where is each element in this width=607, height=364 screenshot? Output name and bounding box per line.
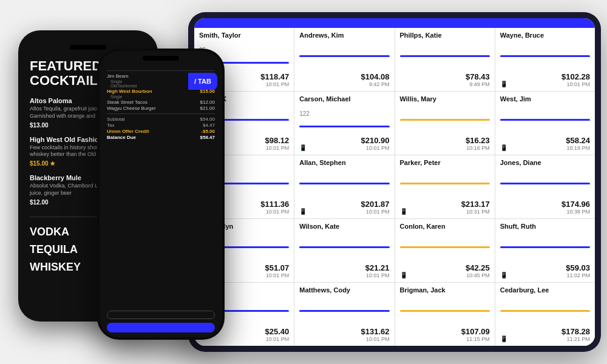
cell-icon: 📱 bbox=[400, 272, 407, 278]
total-value: $4.47 bbox=[203, 123, 215, 128]
cell-icon: 📱 bbox=[400, 208, 407, 215]
cell-bar bbox=[299, 126, 389, 127]
cell-bar bbox=[299, 310, 389, 312]
phone-front-inner: Jim Beam $9.00 SingleOld fashioned High … bbox=[100, 51, 222, 337]
grid-cell[interactable]: Andrews, Kim $104.08 9:42 PM bbox=[294, 28, 394, 91]
cell-time: 11:21 PM bbox=[561, 336, 590, 342]
cell-icon: 📱 bbox=[500, 144, 507, 151]
cell-name: Matthews, Cody bbox=[299, 286, 389, 294]
cell-name: Parker, Peter bbox=[400, 159, 490, 166]
cell-time: 10:01 PM bbox=[265, 272, 289, 278]
cell-bar bbox=[299, 183, 389, 184]
tab-totals: Subtotal $54.00 Tax $4.47 Union Offer Cr… bbox=[107, 116, 215, 140]
tablet: Smith, Taylor 25 $118.47 10:01 PM Andrew… bbox=[188, 12, 601, 352]
cell-name: Cedarburg, Lee bbox=[500, 286, 590, 294]
cell-amount: $51.07 bbox=[265, 263, 289, 272]
grid-cell[interactable]: Carson, Michael 122 📱 $210.90 10:01 PM bbox=[294, 92, 394, 155]
tablet-grid: Smith, Taylor 25 $118.47 10:01 PM Andrew… bbox=[194, 28, 595, 346]
grid-cell[interactable]: Conlon, Karen 📱 $42.25 10:45 PM bbox=[395, 219, 495, 282]
cell-icon: 📱 bbox=[299, 208, 307, 215]
cell-name: Jones, Diane bbox=[500, 159, 590, 166]
cell-time: 10:01 PM bbox=[361, 145, 390, 151]
cell-amount: $58.24 bbox=[566, 136, 590, 145]
grid-cell[interactable]: Jones, Diane $174.96 10:38 PM bbox=[495, 155, 595, 218]
cell-bar bbox=[299, 55, 389, 57]
cell-name: Andrews, Kim bbox=[299, 32, 389, 39]
tab-item-row: Steak Street Tacos $12.00 bbox=[107, 99, 215, 105]
cell-time: 10:38 PM bbox=[561, 209, 590, 215]
phone-footer bbox=[100, 306, 222, 337]
total-label: Tax bbox=[107, 123, 114, 128]
tab-button[interactable]: / TAB bbox=[188, 73, 217, 90]
grid-cell[interactable]: Wayne, Bruce 📱 $102.28 10:01 PM bbox=[495, 28, 595, 91]
cell-bar bbox=[400, 119, 490, 121]
close-tab-button[interactable] bbox=[107, 311, 215, 319]
cell-name: Wilson, Kate bbox=[299, 223, 389, 230]
total-label: Union Offer Credit bbox=[107, 129, 149, 134]
phone-front-content: Jim Beam $9.00 SingleOld fashioned High … bbox=[100, 61, 222, 306]
cell-bar bbox=[400, 55, 490, 57]
cell-bar bbox=[500, 246, 590, 248]
cell-name: Smith, Taylor bbox=[199, 32, 289, 39]
tab-divider-1 bbox=[107, 70, 215, 71]
grid-cell[interactable]: Phillps, Katie $78.43 9:49 PM bbox=[395, 28, 495, 91]
cell-amount: $78.43 bbox=[466, 72, 490, 81]
add-items-button[interactable] bbox=[107, 323, 215, 332]
cell-time: 11:15 PM bbox=[461, 336, 490, 342]
phone-notch-front bbox=[143, 56, 179, 61]
tablet-header bbox=[194, 18, 595, 28]
tab-item-price: $12.00 bbox=[200, 99, 215, 105]
cell-amount: $118.47 bbox=[260, 72, 289, 81]
cell-amount: $107.09 bbox=[461, 327, 490, 336]
cell-name: Allan, Stephen bbox=[299, 159, 389, 166]
grid-cell[interactable]: Wilson, Kate $21.21 10:01 PM bbox=[294, 219, 394, 282]
cell-amount: $213.17 bbox=[461, 200, 490, 209]
cell-time: 11:02 PM bbox=[566, 272, 590, 278]
grid-cell[interactable]: Brigman, Jack $107.09 11:15 PM bbox=[395, 283, 495, 346]
cell-time: 10:45 PM bbox=[466, 272, 490, 278]
tab-item-sub: Single bbox=[107, 95, 215, 99]
grid-cell[interactable]: Parker, Peter 📱 $213.17 10:31 PM bbox=[395, 155, 495, 218]
grid-cell[interactable]: Matthews, Cody $131.62 10:01 PM bbox=[294, 283, 394, 346]
tab-total-row: Tax $4.47 bbox=[107, 123, 215, 128]
cell-name: Willis, Mary bbox=[400, 95, 490, 103]
grid-cell[interactable]: West, Jim 📱 $58.24 10:19 PM bbox=[495, 92, 595, 155]
cell-name: Carson, Michael bbox=[299, 95, 389, 103]
cell-name: Shuft, Ruth bbox=[500, 223, 590, 230]
cell-time: 10:16 PM bbox=[466, 145, 490, 151]
tab-item-name: Wagyu Cheese Burger bbox=[107, 106, 156, 111]
cell-bar bbox=[500, 119, 590, 121]
cell-time: 10:01 PM bbox=[365, 272, 390, 278]
cell-time: 10:01 PM bbox=[260, 209, 289, 215]
cell-icon: 📱 bbox=[500, 335, 507, 342]
grid-cell[interactable]: Cedarburg, Lee 📱 $178.28 11:21 PM bbox=[495, 283, 595, 346]
cell-time: 10:01 PM bbox=[361, 336, 390, 342]
cell-name: West, Jim bbox=[500, 95, 590, 103]
cell-time: 10:19 PM bbox=[566, 145, 590, 151]
total-value: $58.47 bbox=[200, 135, 215, 140]
tab-item-row: High West Bourbon $15.00 Single bbox=[107, 89, 215, 99]
cell-name: Wayne, Bruce bbox=[500, 32, 590, 39]
cell-amount: $21.21 bbox=[365, 263, 390, 272]
grid-cell[interactable]: Allan, Stephen 📱 $201.87 10:01 PM bbox=[294, 155, 394, 218]
cell-amount: $98.12 bbox=[265, 136, 289, 145]
grid-cell[interactable]: Willis, Mary $16.23 10:16 PM bbox=[395, 92, 495, 155]
tab-item-name: Jim Beam bbox=[107, 73, 129, 79]
cell-amount: $42.25 bbox=[466, 263, 490, 272]
cell-time: 9:42 PM bbox=[361, 81, 390, 87]
cell-bar bbox=[400, 310, 490, 312]
cell-name: Phillps, Katie bbox=[400, 32, 490, 39]
cell-icon: 📱 bbox=[500, 272, 507, 278]
cell-time: 10:01 PM bbox=[265, 145, 289, 151]
grid-cell[interactable]: Shuft, Ruth 📱 $59.03 11:02 PM bbox=[495, 219, 595, 282]
cell-amount: $201.87 bbox=[361, 200, 390, 209]
cell-bar bbox=[500, 55, 590, 57]
total-value: $54.00 bbox=[200, 116, 215, 122]
cell-amount: $210.90 bbox=[361, 136, 390, 145]
cell-bar bbox=[500, 310, 590, 312]
cell-bar bbox=[400, 183, 490, 184]
phone-notch-back bbox=[70, 45, 106, 50]
cell-time: 10:01 PM bbox=[361, 209, 390, 215]
tab-divider-2 bbox=[107, 113, 215, 114]
cell-name: Brigman, Jack bbox=[400, 286, 490, 294]
